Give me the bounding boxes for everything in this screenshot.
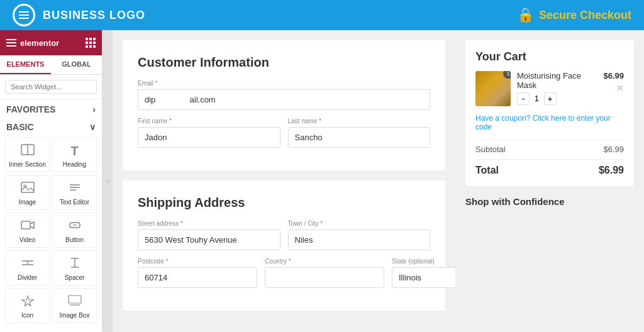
button-icon: [68, 219, 82, 234]
video-label: Video: [19, 236, 35, 243]
image-box-icon: [68, 295, 82, 309]
sidebar-hamburger-icon[interactable]: [6, 39, 16, 47]
top-bar-right: 🔒 Secure Checkout: [517, 7, 631, 23]
state-input[interactable]: [392, 267, 455, 288]
cart-item-info: Moisturising Face Mask - 1 +: [517, 71, 597, 105]
email-row: Email *: [138, 80, 430, 110]
svg-marker-16: [22, 296, 33, 306]
sidebar-item-heading[interactable]: T Heading: [52, 137, 97, 172]
qty-increase-button[interactable]: +: [544, 92, 557, 105]
sidebar-item-inner-section[interactable]: Inner Section: [5, 137, 50, 172]
sidebar-item-icon-widget[interactable]: Icon: [5, 288, 50, 323]
sidebar-item-text-editor[interactable]: Text Editor: [52, 175, 97, 210]
cart-divider: [475, 139, 624, 140]
state-label: State (optional): [392, 258, 455, 265]
top-bar-left: BUSINESS LOGO: [13, 4, 145, 26]
total-value: $6.99: [599, 165, 624, 176]
cart-item-remove-button[interactable]: ✕: [616, 83, 624, 93]
sidebar-item-button[interactable]: Button: [52, 213, 97, 248]
search-input[interactable]: [5, 80, 97, 94]
cart-item-price: $6.99: [603, 71, 624, 80]
subtotal-row: Subtotal $6.99: [475, 145, 624, 154]
street-group: Street address *: [138, 220, 280, 250]
svg-rect-7: [21, 221, 30, 229]
sidebar-item-spacer[interactable]: Spacer: [52, 250, 97, 285]
tab-global[interactable]: GLOBAL: [51, 55, 102, 74]
heading-label: Heading: [63, 161, 86, 168]
qty-decrease-button[interactable]: -: [517, 92, 530, 105]
basic-toggle: ∨: [89, 122, 96, 132]
sidebar-search-container: [0, 75, 102, 99]
email-group: Email *: [138, 80, 430, 110]
video-icon: [21, 219, 35, 234]
tab-elements[interactable]: ELEMENTS: [0, 55, 51, 74]
icon-widget-icon: [21, 295, 35, 309]
country-input[interactable]: [265, 267, 384, 288]
svg-rect-2: [21, 182, 34, 192]
image-label: Image: [19, 199, 36, 206]
content-area: Customer Information Email * First name …: [113, 30, 455, 332]
sidebar-header-left: elementor: [6, 38, 59, 48]
last-name-input[interactable]: [288, 127, 431, 148]
button-label: Button: [65, 236, 84, 243]
image-icon: [21, 182, 35, 196]
favorites-label: FAVORITES: [6, 104, 55, 114]
image-box-label: Image Box: [60, 312, 90, 319]
divider-icon: [21, 257, 35, 272]
email-input[interactable]: [138, 89, 430, 110]
cart-divider-2: [475, 159, 624, 160]
shop-confidence: Shop with Confidence: [465, 196, 634, 207]
sidebar-header: elementor: [0, 30, 102, 55]
country-group: Country *: [265, 258, 384, 288]
coupon-link[interactable]: Have a coupon? Click here to enter your …: [475, 114, 624, 131]
sidebar-brand: elementor: [20, 38, 59, 48]
sidebar-item-image[interactable]: Image: [5, 175, 50, 210]
cart-title: Your Cart: [475, 50, 624, 64]
subtotal-label: Subtotal: [475, 145, 506, 154]
street-city-row: Street address * Town / City *: [138, 220, 430, 250]
cart-item-image: 1: [475, 71, 511, 106]
total-label: Total: [475, 165, 499, 176]
sidebar-tabs: ELEMENTS GLOBAL: [0, 55, 102, 75]
basic-section-label[interactable]: BASIC ∨: [0, 117, 102, 135]
cart-item-name: Moisturising Face Mask: [517, 71, 597, 90]
logo-circle: [13, 4, 35, 26]
postcode-label: Postcode *: [138, 258, 257, 265]
postcode-input[interactable]: [138, 267, 257, 288]
city-input[interactable]: [288, 230, 431, 250]
top-bar: BUSINESS LOGO 🔒 Secure Checkout: [0, 0, 644, 30]
sidebar-item-divider[interactable]: Divider: [5, 250, 50, 285]
lock-icon: 🔒: [517, 7, 534, 23]
shipping-title: Shipping Address: [138, 196, 430, 210]
postcode-country-state-row: Postcode * Country * State (optional): [138, 258, 430, 288]
spacer-label: Spacer: [65, 274, 85, 281]
secure-checkout-text: Secure Checkout: [539, 9, 631, 22]
qty-value: 1: [532, 94, 541, 103]
sidebar-item-video[interactable]: Video: [5, 213, 50, 248]
grid-icon[interactable]: [86, 38, 96, 48]
last-name-label: Last name *: [288, 118, 431, 124]
cart-box: Your Cart 1 Moisturising Face Mask - 1 +…: [465, 40, 634, 186]
first-name-group: First name *: [138, 118, 280, 148]
total-row: Total $6.99: [475, 165, 624, 176]
favorites-section-label: FAVORITES ›: [0, 99, 102, 117]
right-panel: Your Cart 1 Moisturising Face Mask - 1 +…: [455, 30, 644, 332]
inner-section-label: Inner Section: [9, 161, 46, 168]
hamburger-icon[interactable]: [19, 11, 29, 19]
name-row: First name * Last name *: [138, 118, 430, 148]
first-name-input[interactable]: [138, 127, 280, 148]
postcode-group: Postcode *: [138, 258, 257, 288]
first-name-label: First name *: [138, 118, 280, 124]
sidebar-item-image-box[interactable]: Image Box: [52, 288, 97, 323]
text-editor-label: Text Editor: [60, 199, 89, 206]
street-input[interactable]: [138, 230, 280, 250]
state-group: State (optional): [392, 258, 455, 288]
customer-info-section: Customer Information Email * First name …: [123, 40, 445, 170]
logo-text: BUSINESS LOGO: [43, 9, 145, 22]
svg-rect-17: [69, 296, 81, 303]
city-group: Town / City *: [288, 220, 431, 250]
shop-confidence-title: Shop with Confidence: [465, 196, 634, 207]
sidebar-resize-handle[interactable]: ‹: [103, 30, 113, 332]
cart-item: 1 Moisturising Face Mask - 1 + $6.99 ✕: [475, 71, 624, 106]
text-editor-icon: [68, 182, 82, 196]
